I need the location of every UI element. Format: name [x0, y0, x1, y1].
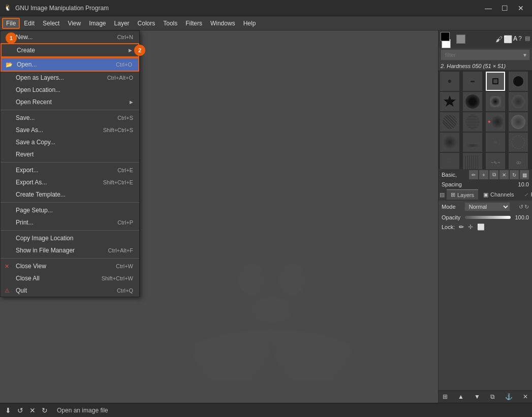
status-download-btn[interactable]: ⬇	[4, 405, 12, 415]
close-button[interactable]: ✕	[514, 3, 528, 13]
menu-item-print[interactable]: Print... Ctrl+P	[1, 216, 139, 229]
menu-item-create-template[interactable]: Create Template...	[1, 188, 139, 201]
brush-cell-11[interactable]: ✦	[486, 112, 505, 132]
brush-cell-2[interactable]	[463, 72, 482, 91]
panel-menu-icon[interactable]: ▤	[525, 35, 530, 43]
mode-select[interactable]: Normal	[464, 202, 510, 211]
menu-item-close-view[interactable]: ✕ Close View Ctrl+W	[1, 260, 139, 272]
delete-layer-btn[interactable]: ✕	[521, 392, 530, 401]
menu-filters[interactable]: Filters	[181, 18, 206, 29]
menu-item-quit[interactable]: ⚠ Quit Ctrl+Q	[1, 284, 139, 297]
status-cancel-btn[interactable]: ✕	[28, 405, 37, 415]
duplicate-layer-btn[interactable]: ⧉	[488, 392, 497, 401]
menu-windows[interactable]: Windows	[206, 18, 239, 29]
tab-layers[interactable]: ⊞ Layers	[447, 189, 478, 200]
brush-filter-input[interactable]	[443, 51, 522, 59]
question-icon[interactable]: ?	[518, 35, 522, 43]
anchor-layer-btn[interactable]: ⚓	[503, 392, 515, 401]
pattern-swatch[interactable]	[456, 35, 465, 44]
brush-add-btn[interactable]: +	[479, 170, 488, 179]
menu-tools[interactable]: Tools	[159, 18, 181, 29]
close-view-icon: ✕	[5, 263, 9, 270]
menu-item-open[interactable]: 📂 Open... Ctrl+O	[1, 57, 139, 72]
tab-paths[interactable]: ⟋ Paths	[519, 190, 532, 199]
menu-bar: File Edit Select View Image Layer Colors…	[0, 16, 532, 30]
raise-layer-btn[interactable]: ▲	[456, 392, 466, 401]
pattern-icon[interactable]: ⬜	[504, 35, 512, 43]
menu-image[interactable]: Image	[85, 18, 110, 29]
menu-item-copy-location[interactable]: Copy Image Location	[1, 232, 139, 244]
brush-cell-16[interactable]	[509, 133, 528, 152]
menu-help[interactable]: Help	[239, 18, 260, 29]
menu-file[interactable]: File	[2, 18, 20, 29]
mode-redo-btn[interactable]: ↻	[524, 204, 529, 210]
brush-category-label: Basic,	[442, 172, 457, 178]
menu-item-open-layers[interactable]: Open as Layers... Ctrl+Alt+O	[1, 72, 139, 84]
new-layer-btn[interactable]: ⊞	[441, 392, 450, 401]
brush-cell-1[interactable]	[440, 72, 459, 91]
menu-layer[interactable]: Layer	[110, 18, 134, 29]
menu-item-revert[interactable]: Revert	[1, 148, 139, 161]
brush-cell-9[interactable]	[440, 112, 459, 132]
brush-cell-13[interactable]	[440, 133, 459, 152]
opacity-slider[interactable]	[465, 216, 511, 219]
mode-undo-btn[interactable]: ↺	[519, 204, 523, 210]
menu-item-close-all[interactable]: Close All Shift+Ctrl+W	[1, 272, 139, 284]
menu-item-new[interactable]: New... Ctrl+N	[1, 31, 139, 43]
brush-cell-4[interactable]	[509, 72, 528, 91]
menu-item-save[interactable]: Save... Ctrl+S	[1, 112, 139, 124]
menu-colors[interactable]: Colors	[134, 18, 160, 29]
svg-point-4	[239, 264, 264, 295]
brush-cell-18[interactable]	[463, 153, 482, 169]
menu-item-open-recent[interactable]: Open Recent	[1, 96, 139, 108]
brush-preset-icon[interactable]: 🖌	[495, 35, 503, 43]
maximize-button[interactable]: ☐	[497, 3, 512, 13]
brush-cell-10[interactable]	[463, 112, 482, 132]
lock-alpha-icon[interactable]: ⬜	[477, 223, 485, 231]
font-icon[interactable]: A	[513, 35, 518, 43]
foreground-swatch[interactable]	[441, 32, 450, 41]
menu-item-save-as[interactable]: Save As... Shift+Ctrl+S	[1, 124, 139, 136]
window-controls: — ☐ ✕	[481, 3, 528, 13]
brush-cell-17[interactable]: ···	[440, 153, 459, 169]
layers-panel-icon[interactable]: ▤	[440, 191, 445, 198]
lock-move-icon[interactable]: ✛	[468, 223, 473, 231]
brush-cell-12[interactable]	[509, 112, 528, 132]
menu-item-export-as[interactable]: Export As... Shift+Ctrl+E	[1, 176, 139, 188]
menu-item-open-location[interactable]: Open Location...	[1, 84, 139, 96]
lock-paint-icon[interactable]: ✏	[459, 223, 464, 231]
brush-cell-5[interactable]	[440, 92, 459, 111]
tab-channels[interactable]: ▣ Channels	[479, 190, 518, 200]
brush-duplicate-btn[interactable]: ⧉	[489, 170, 498, 179]
brush-cell-6[interactable]	[463, 92, 482, 111]
menu-view[interactable]: View	[64, 18, 85, 29]
filter-dropdown-icon[interactable]: ▼	[522, 52, 527, 58]
lower-layer-btn[interactable]: ▼	[472, 392, 482, 401]
window-title: GNU Image Manipulation Program	[15, 5, 109, 12]
brush-cell-7[interactable]	[486, 92, 505, 111]
brush-cell-3[interactable]	[486, 72, 505, 91]
brush-cell-15[interactable]: ≋	[486, 133, 505, 152]
brush-cell-8[interactable]	[509, 92, 528, 111]
menu-select[interactable]: Select	[39, 18, 64, 29]
brush-cell-14[interactable]	[463, 133, 482, 152]
status-text: Open an image file	[57, 407, 108, 414]
brush-edit-btn[interactable]: ✏	[469, 170, 478, 179]
menu-item-page-setup[interactable]: Page Setup...	[1, 204, 139, 216]
status-undo-btn[interactable]: ↺	[16, 405, 24, 415]
minimize-button[interactable]: —	[481, 3, 495, 13]
menu-item-export[interactable]: Export... Ctrl+E	[1, 164, 139, 176]
menu-item-show-manager[interactable]: Show in File Manager Ctrl+Alt+F	[1, 244, 139, 256]
brush-cell-19[interactable]: ~∿~	[486, 153, 505, 169]
brush-viewmode-btn[interactable]: ▦	[520, 170, 529, 179]
menu-edit[interactable]: Edit	[20, 18, 39, 29]
brush-refresh-btn[interactable]: ↻	[510, 170, 519, 179]
brush-delete-btn[interactable]: ✕	[499, 170, 509, 179]
channels-icon: ▣	[483, 191, 488, 198]
panel-bottom-toolbar: ⊞ ▲ ▼ ⧉ ⚓ ✕	[439, 390, 532, 403]
brush-cell-20[interactable]: ꝏ	[509, 153, 528, 169]
status-redo-btn[interactable]: ↻	[41, 405, 49, 415]
filter-input-wrapper: ▼	[441, 49, 530, 60]
menu-item-save-copy[interactable]: Save a Copy...	[1, 136, 139, 148]
menu-item-create[interactable]: Create 2	[1, 43, 139, 57]
